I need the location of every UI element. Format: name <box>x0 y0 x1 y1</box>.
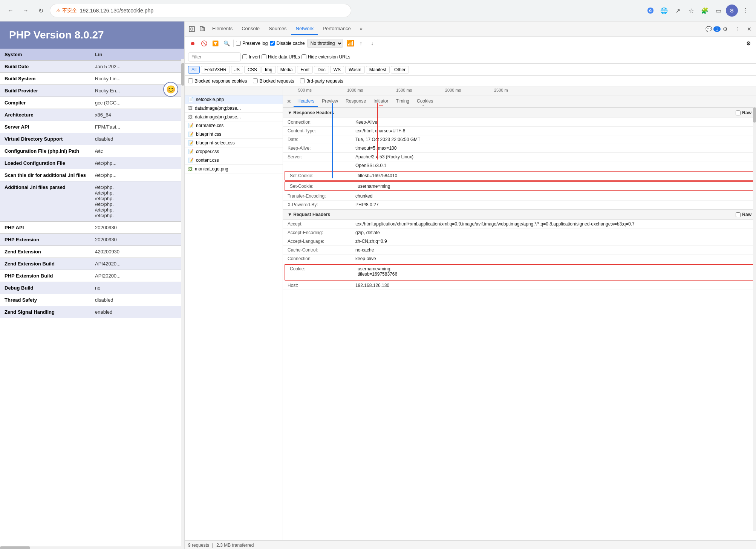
header-openssl: OpenSSL/3.0.1 <box>283 161 756 170</box>
details-content[interactable]: ▼ Response Headers Raw Connection: Keep-… <box>283 107 756 540</box>
request-headers-section: ▼ Request Headers Raw <box>283 209 756 220</box>
header-value: text/html,application/xhtml+xml,applicat… <box>355 221 751 227</box>
third-party-checkbox[interactable] <box>300 78 305 83</box>
details-scrollbar[interactable] <box>753 107 756 531</box>
device-toggle-btn[interactable] <box>197 24 208 34</box>
hide-ext-urls-label[interactable]: Hide extension URLs <box>301 54 350 60</box>
detail-tab-preview[interactable]: Preview <box>318 96 342 107</box>
filter-css[interactable]: CSS <box>244 66 260 74</box>
row-value: /etc/php... <box>90 169 184 181</box>
filter-media[interactable]: Media <box>277 66 296 74</box>
record-button[interactable]: ⏺ <box>188 39 197 48</box>
clear-button[interactable]: 🚫 <box>199 39 208 48</box>
network-settings-btn[interactable]: ⚙ <box>744 39 753 48</box>
hide-data-urls-checkbox[interactable] <box>262 54 266 59</box>
translate-icon-btn[interactable]: 🌐 <box>658 5 670 17</box>
tab-console[interactable]: Console <box>237 23 264 35</box>
request-item-setcookie[interactable]: 📄 setcookie.php <box>185 95 283 104</box>
vertical-scrollbar[interactable] <box>181 59 184 549</box>
hide-data-urls-label[interactable]: Hide data URLs <box>262 54 300 60</box>
invert-label[interactable]: Invert <box>242 54 260 60</box>
request-item-data1[interactable]: 🖼 data:image/png;base... <box>185 104 283 113</box>
devtools-settings-btn[interactable]: ⚙ <box>720 24 730 34</box>
profile-button[interactable]: S <box>726 5 738 17</box>
request-item-data2[interactable]: 🖼 data:image/png;base... <box>185 113 283 121</box>
forward-button[interactable]: → <box>20 5 32 17</box>
filter-ws[interactable]: WS <box>330 66 344 74</box>
blocked-requests-label[interactable]: Blocked requests <box>253 78 294 84</box>
raw-checkbox-2[interactable] <box>736 212 741 217</box>
blocked-cookies-label[interactable]: Blocked response cookies <box>188 78 247 84</box>
request-item-normalize-css[interactable]: 📝 normalize.css <box>185 121 283 130</box>
filter-js[interactable]: JS <box>231 66 243 74</box>
filter-wasm[interactable]: Wasm <box>345 66 365 74</box>
google-icon[interactable] <box>644 5 657 17</box>
filter-button[interactable]: 🔽 <box>211 39 220 48</box>
disable-cache-checkbox[interactable] <box>270 41 275 46</box>
raw-checkbox[interactable] <box>736 110 741 115</box>
filter-img[interactable]: Img <box>262 66 276 74</box>
address-bar[interactable]: ⚠ 不安全 192.168.126.130/setcookie.php <box>50 4 351 17</box>
header-value: Apache/2.4.53 (Rocky Linux) <box>355 154 751 159</box>
request-item-blueprint-select-css[interactable]: 📝 blueprint-select.css <box>185 139 283 147</box>
details-close-btn[interactable]: ✕ <box>285 97 294 106</box>
tab-performance[interactable]: Performance <box>318 23 355 35</box>
filter-all[interactable]: All <box>188 66 200 74</box>
detail-tab-initiator[interactable]: Initiator <box>370 96 392 107</box>
devtools-menu-btn[interactable]: ⋮ <box>732 24 742 34</box>
tab-elements[interactable]: Elements <box>208 23 237 35</box>
svg-point-2 <box>191 28 193 30</box>
reload-button[interactable]: ↻ <box>35 5 47 17</box>
upload-btn[interactable]: ↑ <box>357 39 366 48</box>
tab-more[interactable]: » <box>355 23 367 35</box>
detail-tab-timing[interactable]: Timing <box>392 96 413 107</box>
filter-manifest[interactable]: Manifest <box>366 66 390 74</box>
chat-icon-btn[interactable]: 💬1 <box>708 24 718 34</box>
blocked-requests-checkbox[interactable] <box>253 78 258 83</box>
filter-doc[interactable]: Doc <box>314 66 329 74</box>
preserve-log-checkbox[interactable] <box>236 41 241 46</box>
tab-network[interactable]: Network <box>291 23 318 35</box>
detail-tab-cookies[interactable]: Cookies <box>413 96 437 107</box>
row-key: Scan this dir for additional .ini files <box>0 169 90 181</box>
throttle-select[interactable]: No throttling Fast 3G Slow 3G <box>307 39 343 48</box>
devtools-tab-bar: Elements Console Sources Network Perform… <box>185 21 756 37</box>
filter-font[interactable]: Font <box>297 66 313 74</box>
search-button[interactable]: 🔍 <box>222 39 231 48</box>
requests-list[interactable]: 📄 setcookie.php 🖼 data:image/png;base...… <box>185 95 283 540</box>
filter-other[interactable]: Other <box>391 66 409 74</box>
bookmark-icon-btn[interactable]: ☆ <box>685 5 697 17</box>
request-item-blueprint-css[interactable]: 📝 blueprint.css <box>185 130 283 139</box>
detail-tab-response[interactable]: Response <box>342 96 370 107</box>
header-value: Keep-Alive <box>355 120 751 125</box>
toolbar-divider <box>233 40 234 47</box>
filter-fetch-xhr[interactable]: Fetch/XHR <box>201 66 230 74</box>
invert-checkbox[interactable] <box>242 54 247 59</box>
disable-cache-label[interactable]: Disable cache <box>270 41 305 46</box>
sidebar-toggle-btn[interactable]: ▭ <box>712 5 724 17</box>
download-btn[interactable]: ↓ <box>368 39 377 48</box>
hide-ext-urls-checkbox[interactable] <box>301 54 306 59</box>
blocked-cookies-checkbox[interactable] <box>188 78 193 83</box>
inspect-element-btn[interactable] <box>187 24 197 34</box>
back-button[interactable]: ← <box>5 5 17 17</box>
share-icon-btn[interactable]: ↗ <box>672 5 684 17</box>
request-item-cropper-css[interactable]: 📝 cropper.css <box>185 147 283 156</box>
address-text: 192.168.126.130/setcookie.php <box>80 8 153 14</box>
timeline-label-2000: 2000 ms <box>445 88 461 92</box>
request-item-content-css[interactable]: 📝 content.css <box>185 156 283 165</box>
horizontal-scrollbar[interactable] <box>0 546 184 549</box>
scrollbar-thumb[interactable] <box>181 63 184 86</box>
details-scrollbar-thumb[interactable] <box>753 107 756 123</box>
request-item-monica-logo[interactable]: 🖼 monicaLogo.png <box>185 165 283 173</box>
third-party-label[interactable]: 3rd-party requests <box>300 78 343 84</box>
detail-tab-headers[interactable]: Headers <box>294 96 318 107</box>
h-scrollbar-thumb[interactable] <box>0 546 30 549</box>
menu-button[interactable]: ⋮ <box>739 5 751 17</box>
filter-input[interactable] <box>188 52 241 61</box>
tab-sources[interactable]: Sources <box>264 23 291 35</box>
extensions-icon-btn[interactable]: 🧩 <box>699 5 711 17</box>
devtools-close-btn[interactable]: ✕ <box>744 24 754 34</box>
request-name: blueprint.css <box>196 132 221 137</box>
preserve-log-label[interactable]: Preserve log <box>236 41 268 46</box>
